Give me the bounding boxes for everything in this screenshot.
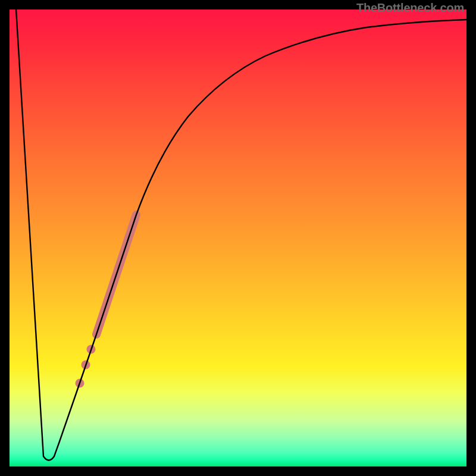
curve-layer [10,10,466,466]
watermark-text: TheBottleneck.com [356,1,464,15]
bottleneck-curve [16,10,466,461]
plot-area [10,10,466,466]
chart-frame: TheBottleneck.com [0,0,476,476]
